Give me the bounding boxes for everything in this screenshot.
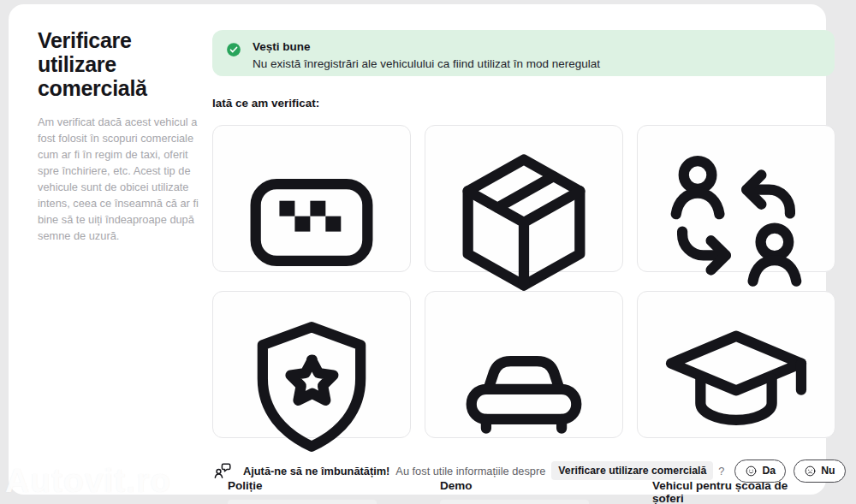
check-card-police: Poliție ✓Nu s-a găsit nicio înregistrare… [212,291,411,438]
check-card-driving-school: Vehicul pentru școala de șoferi ✓Nu s-a … [637,291,835,438]
feedback-no-button[interactable]: Nu [794,460,845,483]
banner-message: Nu există înregistrări ale vehiculului c… [253,57,600,70]
help-icon[interactable]: ? [718,465,724,477]
swap-users-icon [652,139,820,306]
person-chat-icon [212,460,233,481]
check-card-demo: Demo ✓Nu s-a găsit nicio înregistrare Nu… [425,291,623,438]
taxi-sign-icon [228,139,395,306]
card-title: Vehicul pentru școala de șoferi [652,479,820,504]
feedback-topic-chip: Verificare utilizare comercială [551,461,713,480]
feedback-prompt-bold: Ajută-ne să ne îmbunătățim! [243,465,389,477]
report-panel: Verificare utilizare comercială Am verif… [9,4,826,495]
yes-label: Da [762,465,776,477]
shield-star-icon [228,305,395,472]
section-heading: Iată ce am verificat: [212,97,319,110]
check-circle-icon [226,42,241,57]
check-card-transport: Transport ✓Nu s-a găsit nicio înregistra… [425,125,623,272]
check-card-taxi: Taxi ✓Nu s-a găsit nicio înregistrare Nu… [212,125,411,272]
no-label: Nu [821,465,835,477]
banner-title: Vești bune [253,40,600,53]
graduation-cap-icon [652,305,820,472]
check-card-rental: Închiriere ✓Nu s-a găsit nicio înregistr… [637,125,835,272]
car-front-icon [440,305,608,472]
feedback-bar: Ajută-ne să ne îmbunătățim! Au fost util… [212,459,853,483]
smiley-face-icon [745,465,758,477]
feedback-prompt: Au fost utile informațiile despre [395,465,545,477]
section-sidebar: Verificare utilizare comercială Am verif… [38,28,199,244]
good-news-banner: Vești bune Nu există înregistrări ale ve… [212,30,835,76]
feedback-yes-button[interactable]: Da [734,460,786,483]
sad-face-icon [804,465,817,477]
status-badge: ✓Nu s-a găsit nicio înregistrare [228,500,377,504]
package-icon [440,139,608,306]
page-title: Verificare utilizare comercială [38,28,199,100]
status-badge: ✓Nu s-a găsit nicio înregistrare [440,500,589,504]
page-description: Am verificat dacă acest vehicul a fost f… [38,114,199,244]
